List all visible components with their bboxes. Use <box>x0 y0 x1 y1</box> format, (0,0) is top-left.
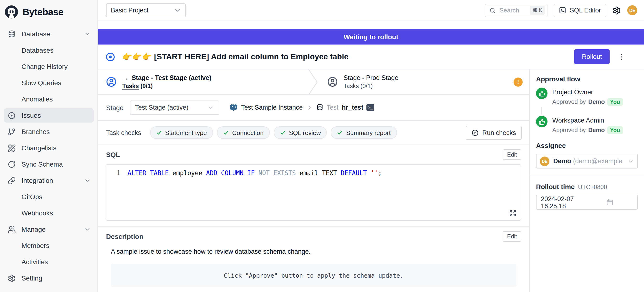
sidebar-nav: DatabaseDatabasesChange HistorySlow Quer… <box>0 23 98 287</box>
sidebar-item-label: Activities <box>22 258 48 266</box>
sidebar-item-activities[interactable]: Activities <box>4 255 94 269</box>
rollout-time-input[interactable]: 2024-02-07 16:25:18 <box>536 195 638 210</box>
changelist-icon <box>8 144 16 152</box>
expand-editor-icon[interactable] <box>509 210 516 217</box>
gear-icon[interactable] <box>612 6 621 15</box>
sql-section-header: SQL Edit <box>98 149 529 160</box>
stage-card-prod[interactable]: Stage - Prod Stage Tasks (0/1) ! <box>319 69 529 94</box>
bytebase-logo[interactable]: Bytebase <box>0 0 98 23</box>
rollout-button[interactable]: Rollout <box>574 49 610 64</box>
sidebar: Bytebase DatabaseDatabasesChange History… <box>0 0 98 292</box>
current-stage-arrow: → <box>122 74 129 81</box>
database-breadcrumb: Test Sample Instance Test hr_test >_ <box>229 103 374 112</box>
chevron-down-icon <box>207 104 214 111</box>
search-input[interactable]: Search ⌘ K <box>485 4 548 17</box>
approval-flow-heading: Approval flow <box>536 75 638 83</box>
sidebar-item-issues[interactable]: Issues <box>4 108 94 122</box>
rollout-time-heading: Rollout time <box>536 183 575 191</box>
task-check-pill-statement-type[interactable]: Statement type <box>150 126 213 139</box>
panel-divider <box>530 176 644 176</box>
sidebar-item-changelists[interactable]: Changelists <box>4 141 94 155</box>
task-checks-row: Task checks Statement typeConnectionSQL … <box>98 121 529 145</box>
stage-card-test[interactable]: →Stage - Test Stage (active) Tasks (0/1) <box>98 69 307 94</box>
stage-separator-chevron <box>307 69 319 94</box>
project-select[interactable]: Basic Project <box>106 3 186 17</box>
assignee-heading: Assignee <box>536 142 638 149</box>
task-check-pill-summary-report[interactable]: Summary report <box>331 126 397 139</box>
task-check-label: SQL review <box>289 129 321 136</box>
issues-icon <box>8 111 16 119</box>
thumbs-up-icon <box>536 88 548 99</box>
gear-icon <box>8 274 16 282</box>
task-check-pill-connection[interactable]: Connection <box>217 126 270 139</box>
sidebar-item-label: Webhooks <box>22 209 53 217</box>
attention-icon: ! <box>514 77 523 86</box>
center-column: →Stage - Test Stage (active) Tasks (0/1)… <box>98 69 529 292</box>
task-check-label: Statement type <box>165 129 207 136</box>
section-divider <box>98 226 529 227</box>
sidebar-item-setting[interactable]: Setting <box>4 271 94 285</box>
stage-select-value: Test Stage (active) <box>135 104 188 111</box>
run-checks-label: Run checks <box>482 129 516 136</box>
check-icon <box>337 130 343 135</box>
line-number: 1 <box>106 169 120 178</box>
rollout-time-value: 2024-02-07 16:25:18 <box>541 195 587 209</box>
main-area: Basic Project Search ⌘ K SQL E <box>98 0 644 292</box>
sql-token: '' <box>371 170 378 177</box>
more-options-icon[interactable] <box>618 53 625 61</box>
user-avatar[interactable]: DE <box>627 5 637 15</box>
sql-token: NOT EXISTS <box>258 170 300 177</box>
sidebar-item-change-history[interactable]: Change History <box>4 59 94 74</box>
sidebar-item-sync-schema[interactable]: Sync Schema <box>4 157 94 171</box>
sidebar-item-manage[interactable]: Manage <box>4 222 94 236</box>
chevron-down-icon <box>627 158 634 165</box>
stage-select[interactable]: Test Stage (active) <box>130 100 219 115</box>
sidebar-item-slow-queries[interactable]: Slow Queries <box>4 76 94 90</box>
description-note-box: Click "Approve" button to apply the sche… <box>111 264 516 287</box>
sidebar-item-label: Integration <box>22 177 53 184</box>
terminal-square-icon <box>559 7 566 14</box>
topbar-right: Search ⌘ K SQL Editor DE <box>485 4 637 17</box>
sidebar-item-database[interactable]: Database <box>4 27 94 41</box>
search-kbd-shortcut: ⌘ K <box>530 6 545 15</box>
you-badge: You <box>607 98 623 106</box>
sql-edit-button[interactable]: Edit <box>503 149 521 160</box>
calendar-icon <box>587 199 633 206</box>
database-icon <box>8 30 16 38</box>
description-section-header: Description Edit <box>98 231 529 242</box>
sidebar-item-label: Issues <box>22 111 41 119</box>
user-circle-icon <box>327 77 338 87</box>
sidebar-item-branches[interactable]: Branches <box>4 124 94 139</box>
sql-editor[interactable]: 1 ALTER TABLE employee ADD COLUMN IF NOT… <box>106 164 521 221</box>
sidebar-item-integration[interactable]: Integration <box>4 173 94 188</box>
environment-label: Test <box>326 104 338 111</box>
approver-name: Demo <box>588 127 604 133</box>
run-checks-button[interactable]: Run checks <box>466 126 522 139</box>
sql-editor-button[interactable]: SQL Editor <box>554 4 606 17</box>
users-icon <box>8 225 16 233</box>
check-icon <box>280 130 286 135</box>
sidebar-item-databases[interactable]: Databases <box>4 43 94 57</box>
thumbs-up-icon <box>536 116 548 127</box>
approval-steps: Project Owner Approved byDemo You <box>536 88 638 134</box>
bytebase-app: Bytebase DatabaseDatabasesChange History… <box>0 0 644 292</box>
sql-editor-label: SQL Editor <box>570 7 601 14</box>
sidebar-item-members[interactable]: Members <box>4 238 94 253</box>
database-icon <box>316 104 323 111</box>
check-icon <box>156 130 162 135</box>
sidebar-item-webhooks[interactable]: Webhooks <box>4 206 94 220</box>
task-check-pill-sql-review[interactable]: SQL review <box>274 126 327 139</box>
sidebar-item-label: Members <box>22 242 50 249</box>
branch-icon <box>8 127 16 136</box>
sidebar-item-gitops[interactable]: GitOps <box>4 190 94 204</box>
sidebar-item-label: Branches <box>22 128 50 135</box>
database-link[interactable]: hr_test <box>342 104 363 111</box>
assignee-select[interactable]: DE Demo (demo@example <box>536 154 638 169</box>
description-text: A sample issue to showcase how to review… <box>111 248 516 255</box>
open-sql-editor-icon[interactable]: >_ <box>367 104 374 111</box>
description-heading: Description <box>106 233 143 240</box>
sidebar-item-anomalies[interactable]: Anomalies <box>4 92 94 106</box>
description-edit-button[interactable]: Edit <box>503 231 521 242</box>
topbar: Basic Project Search ⌘ K SQL E <box>98 0 644 21</box>
instance-link[interactable]: Test Sample Instance <box>241 104 303 111</box>
